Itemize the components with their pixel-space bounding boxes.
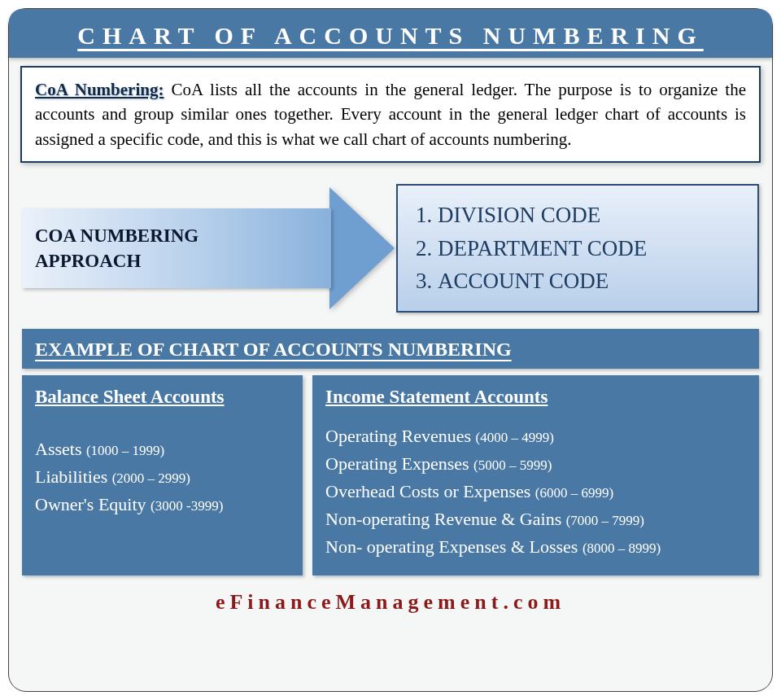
item-name: Assets (35, 439, 81, 459)
item-range: (8000 – 8999) (582, 540, 661, 556)
intro-lead: CoA Numbering: (35, 80, 164, 99)
arrow-body: COA NUMBERING APPROACH (22, 208, 331, 288)
example-header: EXAMPLE OF CHART OF ACCOUNTS NUMBERING (22, 329, 759, 369)
list-item: Operating Expenses (5000 – 5999) (325, 450, 746, 478)
code-item: DEPARTMENT CODE (416, 232, 740, 265)
item-name: Operating Expenses (325, 453, 469, 474)
list-item: Owner's Equity (3000 -3999) (35, 491, 290, 518)
code-item: DIVISION CODE (416, 199, 740, 232)
page-title: CHART OF ACCOUNTS NUMBERING (77, 22, 704, 49)
intro-box: CoA Numbering: CoA lists all the account… (20, 66, 761, 163)
item-name: Liabilities (35, 466, 107, 487)
codes-box: DIVISION CODE DEPARTMENT CODE ACCOUNT CO… (396, 184, 759, 313)
arrow-shape: COA NUMBERING APPROACH (22, 187, 396, 309)
list-item: Assets (1000 – 1999) (35, 435, 290, 463)
item-name: Overhead Costs or Expenses (325, 481, 530, 501)
balance-sheet-card: Balance Sheet Accounts Assets (1000 – 19… (22, 375, 303, 575)
code-item: ACCOUNT CODE (416, 265, 740, 298)
balance-sheet-title: Balance Sheet Accounts (35, 387, 290, 408)
list-item: Non- operating Expenses & Losses (8000 –… (325, 533, 746, 561)
arrow-label-line2: APPROACH (35, 251, 141, 271)
item-name: Non-operating Revenue & Gains (325, 509, 561, 529)
cards-row: Balance Sheet Accounts Assets (1000 – 19… (22, 375, 759, 575)
item-range: (4000 – 4999) (476, 430, 554, 445)
item-name: Operating Revenues (325, 426, 471, 446)
item-name: Owner's Equity (35, 494, 146, 514)
income-statement-card: Income Statement Accounts Operating Reve… (312, 375, 759, 575)
arrow-label-line1: COA NUMBERING (35, 225, 199, 246)
list-item: Overhead Costs or Expenses (6000 – 6999) (325, 478, 746, 505)
list-item: Non-operating Revenue & Gains (7000 – 79… (325, 505, 746, 533)
title-bar: CHART OF ACCOUNTS NUMBERING (9, 9, 772, 58)
footer-brand: eFinanceManagement.com (216, 590, 565, 614)
arrow-label: COA NUMBERING APPROACH (35, 223, 199, 273)
item-range: (3000 -3999) (151, 498, 223, 514)
income-statement-title: Income Statement Accounts (325, 387, 746, 408)
codes-list: DIVISION CODE DEPARTMENT CODE ACCOUNT CO… (416, 199, 740, 298)
item-range: (5000 – 5999) (473, 457, 552, 473)
list-item: Operating Revenues (4000 – 4999) (325, 422, 746, 450)
list-item: Liabilities (2000 – 2999) (35, 463, 290, 491)
item-range: (1000 – 1999) (86, 443, 164, 458)
item-range: (2000 – 2999) (112, 470, 190, 486)
arrow-head-icon (329, 187, 395, 309)
approach-row: COA NUMBERING APPROACH DIVISION CODE DEP… (22, 184, 759, 313)
item-name: Non- operating Expenses & Losses (325, 536, 578, 557)
item-range: (7000 – 7999) (566, 513, 644, 528)
item-range: (6000 – 6999) (535, 485, 613, 501)
diagram-canvas: CHART OF ACCOUNTS NUMBERING CoA Numberin… (8, 8, 773, 692)
footer: eFinanceManagement.com (20, 590, 761, 615)
